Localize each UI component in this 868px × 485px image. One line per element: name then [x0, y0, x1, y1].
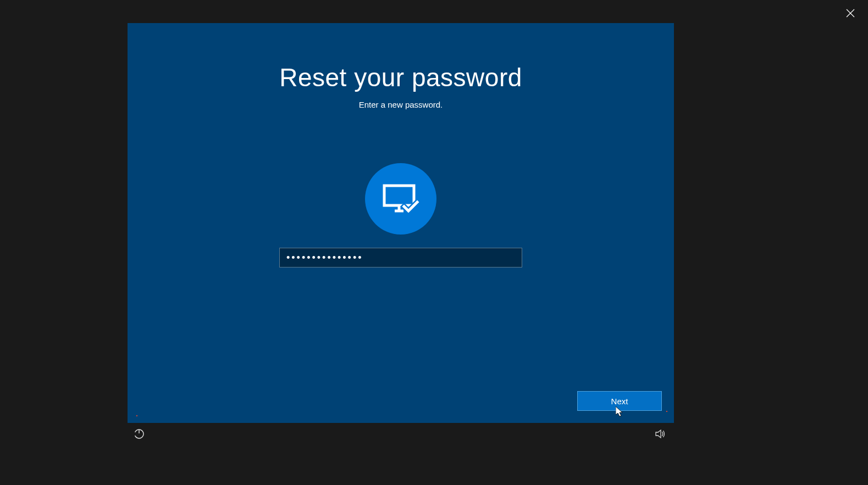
page-title: Reset your password	[128, 63, 674, 92]
page-subtitle: Enter a new password.	[128, 100, 674, 109]
new-password-input[interactable]	[279, 248, 522, 267]
svg-marker-7	[656, 430, 661, 438]
password-field-wrap	[128, 248, 674, 267]
close-button[interactable]	[844, 7, 857, 20]
power-icon	[134, 428, 145, 439]
volume-button[interactable]	[655, 428, 666, 439]
monitor-check-icon	[381, 183, 421, 214]
account-avatar	[365, 163, 436, 235]
decoration-dot	[136, 415, 137, 416]
decoration-dot	[666, 411, 667, 412]
next-button[interactable]: Next	[577, 391, 662, 411]
main-panel: Reset your password Enter a new password…	[128, 23, 674, 423]
close-icon	[846, 9, 855, 18]
volume-icon	[655, 428, 666, 439]
svg-rect-2	[384, 186, 414, 205]
power-button[interactable]	[134, 428, 145, 439]
